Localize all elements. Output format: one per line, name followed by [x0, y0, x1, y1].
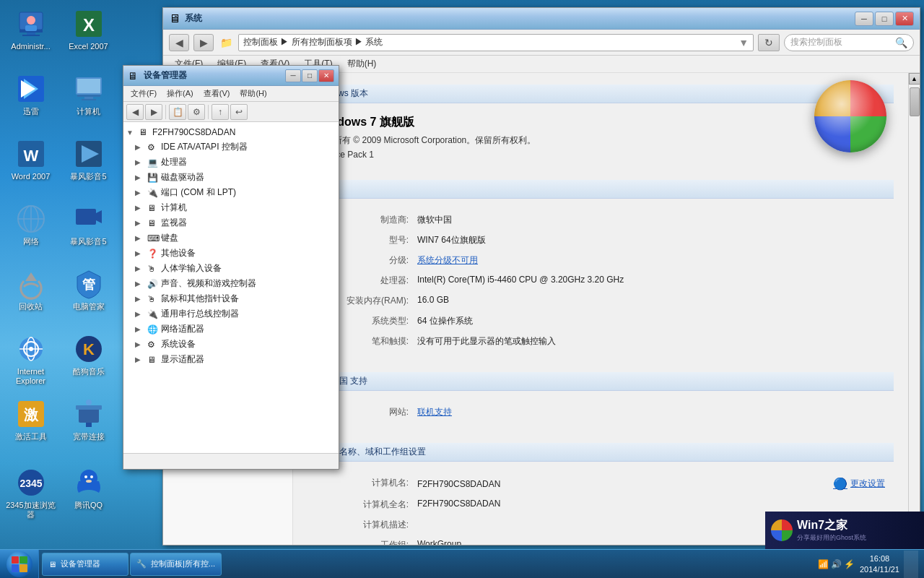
desktop-icon-qq[interactable]: 腾讯QQ — [61, 462, 116, 520]
svg-rect-13 — [77, 95, 100, 97]
item7-expand[interactable]: ▶ — [135, 249, 145, 257]
svg-text:X: X — [82, 15, 94, 35]
taskbar-item-devmgr[interactable]: 🖥 设备管理器 — [42, 553, 128, 576]
dm-menu-action[interactable]: 操作(A) — [162, 87, 198, 100]
dm-menu-view[interactable]: 查看(V) — [199, 87, 235, 100]
dm-item-0[interactable]: ▶ ⚙ IDE ATA/ATAPI 控制器 — [123, 139, 339, 155]
desktop-icon-video2[interactable]: 暴风影音5 — [61, 199, 116, 256]
forward-button[interactable]: ▶ — [193, 34, 214, 51]
desktop-icon-network[interactable]: 网络 — [4, 199, 58, 256]
desktop-icon-kuwo[interactable]: K 酷狗音乐 — [61, 329, 116, 387]
dm-tree-root[interactable]: ▼ 🖥 F2FH790CS8DADAN — [123, 125, 339, 139]
dm-item-12[interactable]: ▶ 🌐 网络适配器 — [123, 322, 339, 337]
dm-toolbar-sep2 — [208, 105, 209, 119]
broadband-icon — [73, 398, 105, 430]
item11-expand[interactable]: ▶ — [135, 310, 145, 318]
dm-item-3-label: 端口 (COM 和 LPT) — [161, 186, 236, 199]
dm-item-5[interactable]: ▶ 🖥 监视器 — [123, 215, 339, 230]
item4-expand[interactable]: ▶ — [135, 204, 145, 212]
minimize-button[interactable]: ─ — [855, 12, 873, 26]
address-path[interactable]: 控制面板 ▶ 所有控制面板项 ▶ 系统 ▼ — [238, 34, 754, 51]
svg-point-47 — [86, 480, 92, 483]
kuwo-icon: K — [73, 333, 105, 365]
dm-item-13[interactable]: ▶ ⚙ 系统设备 — [123, 337, 339, 352]
tray-battery-icon[interactable]: ⚡ — [844, 558, 855, 570]
computer-label: 计算机 — [77, 107, 100, 116]
dm-close-button[interactable]: ✕ — [318, 69, 334, 82]
dm-properties-btn[interactable]: ⚙ — [188, 104, 205, 120]
svg-rect-12 — [77, 79, 100, 93]
dm-item-1[interactable]: ▶ 💻 处理器 — [123, 155, 339, 170]
item8-expand[interactable]: ▶ — [135, 264, 145, 272]
start-button[interactable] — [0, 550, 39, 579]
desktop-icon-recycle[interactable]: 回收站 — [4, 264, 58, 322]
scroll-thumb[interactable] — [910, 87, 920, 116]
desktop-icon-broadband[interactable]: 宽带连接 — [61, 394, 116, 452]
clock-display[interactable]: 16:08 2014/11/21 — [860, 553, 899, 574]
dm-update-btn[interactable]: ↑ — [212, 104, 229, 120]
dm-maximize-button[interactable]: □ — [302, 69, 318, 82]
website-value[interactable]: 联机支持 — [417, 406, 885, 418]
scroll-up-button[interactable]: ▲ — [909, 73, 920, 85]
svg-rect-37 — [79, 408, 99, 423]
dm-rollback-btn[interactable]: ↩ — [230, 104, 248, 120]
dm-item-4[interactable]: ▶ 🖥 计算机 — [123, 200, 339, 215]
desktop-icon-computer[interactable]: 计算机 — [61, 69, 116, 126]
item5-expand[interactable]: ▶ — [135, 219, 145, 227]
dm-item-14[interactable]: ▶ 🖥 显示适配器 — [123, 352, 339, 367]
dm-refresh-btn[interactable]: 📋 — [169, 104, 186, 120]
rating-value[interactable]: 系统分级不可用 — [417, 254, 885, 267]
item9-expand[interactable]: ▶ — [135, 280, 145, 288]
dm-item-6[interactable]: ▶ ⌨ 键盘 — [123, 230, 339, 246]
desktop-icon-ie[interactable]: Internet Explorer — [4, 329, 58, 387]
system-info-header: 系统 — [308, 180, 894, 199]
desktop-icon-xunlei[interactable]: 迅雷 — [4, 69, 58, 126]
item6-expand[interactable]: ▶ — [135, 234, 145, 242]
close-button[interactable]: ✕ — [895, 12, 914, 26]
dm-menu-file[interactable]: 文件(F) — [126, 87, 161, 100]
dm-item-11[interactable]: ▶ 🔌 通用串行总线控制器 — [123, 306, 339, 322]
search-box[interactable]: 搜索控制面板 🔍 — [784, 34, 914, 51]
workgroup-label: 工作组: — [316, 539, 417, 545]
desktop-icon-speed[interactable]: 2345 2345加速浏览器 — [4, 462, 58, 520]
change-settings-link[interactable]: 🔵 更改设置 — [833, 477, 885, 491]
back-button[interactable]: ◀ — [169, 34, 189, 51]
desktop-icon-admin[interactable]: Administr... — [4, 4, 58, 61]
svg-text:K: K — [83, 340, 95, 358]
dm-item-8[interactable]: ▶ 🖱 人体学输入设备 — [123, 261, 339, 276]
dm-minimize-button[interactable]: ─ — [285, 69, 301, 82]
desktop-icon-word[interactable]: W Word 2007 — [4, 134, 58, 191]
dm-item-3[interactable]: ▶ 🔌 端口 (COM 和 LPT) — [123, 185, 339, 200]
item3-expand[interactable]: ▶ — [135, 189, 145, 197]
item2-expand[interactable]: ▶ — [135, 173, 145, 181]
desktop: Administr... X Excel 2007 迅雷 — [0, 0, 924, 578]
tray-network-icon[interactable]: 📶 — [818, 558, 829, 570]
desktop-icon-pcmanager[interactable]: 管 电脑管家 — [61, 264, 116, 322]
dm-item-2[interactable]: ▶ 💾 磁盘驱动器 — [123, 170, 339, 185]
tray-volume-icon[interactable]: 🔊 — [831, 558, 842, 570]
desktop-icon-video[interactable]: 暴风影音5 — [61, 134, 116, 191]
dm-back-btn[interactable]: ◀ — [126, 104, 144, 120]
dm-forward-btn[interactable]: ▶ — [145, 104, 162, 120]
promo-sub: 分享最好用的Ghost系统 — [797, 533, 918, 543]
menu-help[interactable]: 帮助(H) — [341, 56, 383, 72]
desktop-icon-activation[interactable]: 激 激活工具 — [4, 394, 58, 452]
address-dropdown-icon[interactable]: ▼ — [738, 37, 749, 48]
item14-expand[interactable]: ▶ — [135, 355, 145, 363]
item10-expand[interactable]: ▶ — [135, 295, 145, 303]
item1-expand[interactable]: ▶ — [135, 158, 145, 166]
dm-item-10[interactable]: ▶ 🖱 鼠标和其他指针设备 — [123, 291, 339, 306]
dm-item-9[interactable]: ▶ 🔊 声音、视频和游戏控制器 — [123, 276, 339, 291]
maximize-button[interactable]: □ — [875, 12, 894, 26]
refresh-button[interactable]: ↻ — [758, 34, 780, 51]
dm-item-7[interactable]: ▶ ❓ 其他设备 — [123, 246, 339, 261]
item12-expand[interactable]: ▶ — [135, 325, 145, 333]
support-header: 微软中国 支持 — [308, 372, 894, 391]
item0-expand[interactable]: ▶ — [135, 143, 145, 151]
desktop-icon-excel[interactable]: X Excel 2007 — [61, 4, 116, 61]
show-desktop-button[interactable] — [904, 551, 918, 578]
taskbar-item-cpanel[interactable]: 🔧 控制面板|所有控... — [130, 553, 222, 576]
item13-expand[interactable]: ▶ — [135, 340, 145, 348]
svg-marker-26 — [96, 210, 102, 223]
dm-menu-help[interactable]: 帮助(H) — [235, 87, 271, 100]
